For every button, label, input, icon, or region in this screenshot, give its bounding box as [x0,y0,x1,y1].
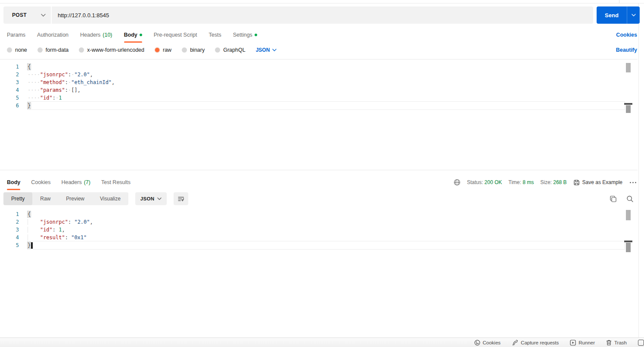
code-line[interactable]: 3····"method":·"eth_chainId", [0,78,638,86]
response-toolbar: Pretty Raw Preview Visualize JSON [3,192,634,205]
runner-button[interactable]: Runner [570,340,595,346]
radio-selected-icon [155,47,160,53]
body-language-select[interactable]: JSON [256,47,277,53]
radio-icon [7,47,12,53]
radio-graphql[interactable]: GraphQL [215,47,245,53]
request-body-editor[interactable]: 1{2····"jsonrpc":·"2.0",3····"method":·"… [0,59,638,170]
scrollbar-thumb[interactable] [626,63,631,72]
capture-requests-button[interactable]: Capture requests [512,340,559,346]
status-field: Status: 200 OK [467,179,502,185]
body-type-row: none form-data x-www-form-urlencoded raw… [7,45,637,55]
footer-status-bar: Cookies Capture requests Runner Trash [0,338,644,347]
tab-tests[interactable]: Tests [209,28,221,41]
code-line[interactable]: 5} [0,241,638,249]
chevron-down-icon [157,197,162,200]
response-meta: Status: 200 OK Time: 8 ms Size: 268 B Sa… [454,179,637,186]
code-line[interactable]: 2 "jsonrpc": "2.0", [0,218,638,226]
view-raw[interactable]: Raw [32,192,58,205]
scrollbar-thumb[interactable] [626,210,631,220]
response-tabs: Body Cookies Headers(7) Test Results Sta… [7,176,637,189]
tab-pre-request-script[interactable]: Pre-request Script [154,28,197,41]
time-value: 8 ms [523,179,534,185]
response-body-editor[interactable]: 1{2 "jsonrpc": "2.0",3 "id": 1,4 "result… [0,209,638,338]
chevron-down-icon [632,14,636,16]
headers-count: (10) [103,32,112,38]
line-number: 4 [0,234,19,241]
tab-test-results[interactable]: Test Results [101,176,131,189]
radio-x-www-form-urlencoded[interactable]: x-www-form-urlencoded [79,47,144,53]
overview-ruler-mark [626,105,631,113]
line-number: 3 [0,78,19,86]
line-number: 3 [0,226,19,234]
postman-request-view: POST Send Params Authorization Headers(1… [0,0,644,347]
cookie-icon [474,340,480,346]
method-label: POST [12,12,27,18]
tab-response-body[interactable]: Body [7,176,20,189]
send-button[interactable]: Send [597,6,627,24]
code-line[interactable]: 1{ [0,210,638,218]
chevron-down-icon [41,14,46,17]
url-input[interactable] [52,6,593,24]
code-line[interactable]: 4 "result": "0x1" [0,234,638,241]
code-line[interactable]: 3 "id": 1, [0,226,638,234]
search-response-button[interactable] [626,195,634,203]
method-select[interactable]: POST [3,6,51,24]
response-headers-count: (7) [84,179,90,185]
response-language-select[interactable]: JSON [135,192,167,205]
line-number: 1 [0,210,19,218]
radio-form-data[interactable]: form-data [37,47,69,53]
radio-raw[interactable]: raw [155,47,171,53]
more-actions-button[interactable] [629,180,637,185]
search-icon [626,195,634,203]
globe-icon[interactable] [454,179,460,186]
copy-icon [610,195,617,203]
code-line[interactable]: 1{ [0,63,638,71]
time-field: Time: 8 ms [508,179,534,185]
settings-dot-icon [255,34,257,36]
view-visualize[interactable]: Visualize [92,192,128,205]
cookies-link[interactable]: Cookies [616,32,637,38]
wrap-lines-button[interactable] [174,192,188,205]
send-options-button[interactable] [627,6,640,24]
save-as-example-button[interactable]: Save as Example [573,179,622,186]
text-cursor [31,242,33,249]
page-scrollbar-gutter[interactable] [638,3,644,338]
overview-cursor-mark [624,241,632,242]
copy-response-button[interactable] [610,195,617,203]
trash-button[interactable]: Trash [606,340,627,346]
overview-cursor-mark [624,103,632,105]
line-number: 2 [0,218,19,226]
line-number: 4 [0,86,19,94]
panel-toggle-icon[interactable] [638,340,644,346]
code-line[interactable]: 6} [0,102,638,109]
line-number: 5 [0,94,19,102]
capture-requests-icon [512,340,518,346]
trash-icon [606,340,612,346]
tab-headers[interactable]: Headers(10) [80,28,112,41]
top-strip [0,0,644,3]
line-number: 6 [0,102,19,109]
request-tabs: Params Authorization Headers(10) Body Pr… [7,28,637,41]
tab-params[interactable]: Params [7,28,25,41]
size-value: 268 B [553,179,566,185]
radio-icon [37,47,43,53]
code-line[interactable]: 2····"jsonrpc":·"2.0", [0,71,638,78]
tab-response-headers[interactable]: Headers(7) [61,176,90,189]
radio-none[interactable]: none [7,47,27,53]
footer-cookies-button[interactable]: Cookies [474,340,501,346]
radio-icon [182,47,187,53]
save-icon [573,179,580,186]
code-line[interactable]: 4····"params":·[], [0,86,638,94]
send-button-group: Send [597,6,640,24]
radio-binary[interactable]: binary [182,47,205,53]
response-view-switch: Pretty Raw Preview Visualize [3,192,128,205]
tab-response-cookies[interactable]: Cookies [31,176,50,189]
beautify-link[interactable]: Beautify [616,47,637,53]
unsaved-dot-icon [140,34,142,36]
tab-settings[interactable]: Settings [233,28,257,41]
view-preview[interactable]: Preview [58,192,92,205]
view-pretty[interactable]: Pretty [3,192,32,205]
tab-authorization[interactable]: Authorization [37,28,68,41]
tab-body[interactable]: Body [124,28,142,41]
code-line[interactable]: 5····"id":·1 [0,94,638,102]
